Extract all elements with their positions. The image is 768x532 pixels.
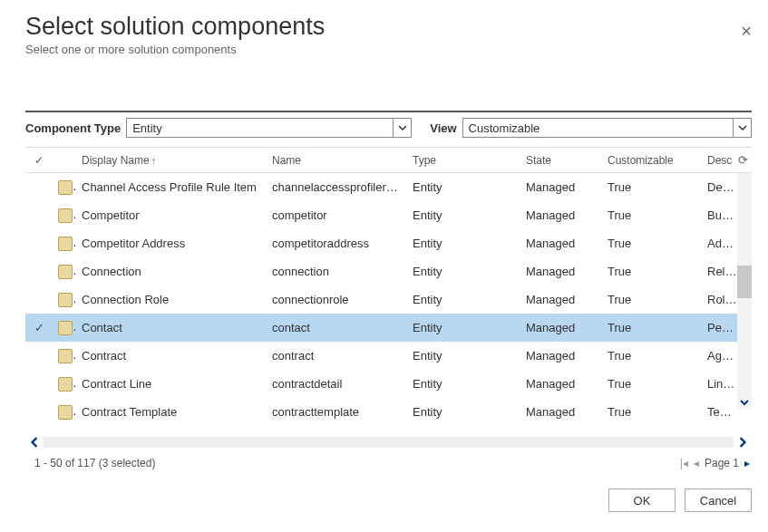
col-type[interactable]: Type [407, 154, 520, 167]
table-row[interactable]: Competitor AddresscompetitoraddressEntit… [25, 229, 752, 257]
refresh-icon[interactable]: ⟳ [738, 153, 748, 167]
contract-template-icon [53, 404, 76, 420]
cell-type: Entity [407, 293, 520, 306]
cell-name: connection [267, 265, 407, 278]
ok-button[interactable]: OK [608, 488, 676, 512]
select-all-checkbox[interactable]: ✓ [25, 154, 53, 167]
check-icon: ✓ [34, 321, 44, 334]
cell-name: contracttemplate [267, 405, 407, 419]
cell-display-name: Channel Access Profile Rule Item [76, 180, 267, 194]
scrollbar-thumb[interactable] [737, 266, 752, 298]
cell-state: Managed [520, 405, 602, 419]
cell-name: contact [267, 321, 407, 334]
select-components-dialog: × Select solution components Select one … [0, 0, 768, 525]
h-scroll-track[interactable] [44, 437, 734, 448]
close-icon[interactable]: × [741, 22, 752, 40]
cell-display-name: Contact [76, 321, 267, 334]
cell-display-name: Contract Template [76, 405, 267, 419]
table-row[interactable]: Connection RoleconnectionroleEntityManag… [25, 285, 752, 314]
cell-customizable: True [602, 208, 702, 222]
cell-name: contract [267, 349, 407, 363]
chevron-down-icon [733, 119, 751, 137]
cell-type: Entity [407, 321, 520, 334]
dialog-title: Select solution components [25, 13, 752, 41]
cell-display-name: Competitor [76, 208, 267, 222]
chevron-down-icon [393, 119, 411, 137]
grid-header: ✓ Display Name↑ Name Type State Customiz… [25, 148, 752, 173]
cell-name: contractdetail [267, 377, 407, 391]
table-row[interactable]: Channel Access Profile Rule Itemchannela… [25, 173, 752, 201]
table-row[interactable]: Contract LinecontractdetailEntityManaged… [25, 370, 752, 398]
view-value: Customizable [469, 121, 540, 135]
col-customizable[interactable]: Customizable [602, 154, 702, 167]
record-range-text: 1 - 50 of 117 (3 selected) [34, 457, 155, 469]
connection-icon [53, 264, 76, 279]
scroll-down-button[interactable] [737, 394, 752, 411]
cell-display-name: Connection [76, 265, 267, 278]
table-row[interactable]: Contract TemplatecontracttemplateEntityM… [25, 398, 752, 426]
cell-state: Managed [520, 208, 602, 222]
col-state[interactable]: State [520, 154, 602, 167]
cell-state: Managed [520, 180, 602, 194]
component-type-select[interactable]: Entity [126, 118, 412, 138]
cell-state: Managed [520, 321, 602, 334]
scroll-left-button[interactable] [25, 435, 44, 450]
cell-state: Managed [520, 265, 602, 278]
components-grid: ✓ Display Name↑ Name Type State Customiz… [25, 147, 752, 431]
cell-name: connectionrole [267, 293, 407, 306]
cell-type: Entity [407, 265, 520, 278]
scroll-right-button[interactable] [734, 435, 752, 450]
cell-display-name: Contract [76, 349, 267, 363]
next-page-button[interactable]: ▸ [744, 457, 750, 469]
table-row[interactable]: CompetitorcompetitorEntityManagedTrueBus… [25, 201, 752, 229]
cell-type: Entity [407, 377, 520, 391]
contract-icon [53, 348, 76, 363]
page-label: Page 1 [705, 457, 739, 469]
sort-asc-icon: ↑ [151, 155, 157, 166]
cell-type: Entity [407, 349, 520, 363]
prev-page-button[interactable]: ◂ [694, 457, 699, 469]
connection-role-icon [53, 292, 76, 307]
cell-name: competitoraddress [267, 237, 407, 250]
component-type-value: Entity [132, 121, 162, 135]
cell-type: Entity [407, 237, 520, 250]
dialog-subtitle: Select one or more solution components [25, 43, 752, 56]
cell-customizable: True [602, 349, 702, 363]
address-icon [53, 236, 76, 251]
competitor-icon [53, 208, 76, 223]
dialog-footer: OK Cancel [25, 479, 752, 516]
pager: 1 - 50 of 117 (3 selected) |◂ ◂ Page 1 ▸ [25, 451, 752, 473]
cell-type: Entity [407, 208, 520, 222]
contract-line-icon [53, 376, 76, 392]
cell-name: channelaccessprofileruleite... [267, 180, 407, 194]
cell-customizable: True [602, 180, 702, 194]
view-label: View [430, 121, 456, 135]
col-description[interactable]: Desc [702, 154, 743, 167]
cell-customizable: True [602, 265, 702, 278]
cell-customizable: True [602, 321, 702, 334]
cell-state: Managed [520, 349, 602, 363]
channel-profile-icon [53, 179, 76, 195]
table-row[interactable]: ContractcontractEntityManagedTrueAgreen [25, 342, 752, 370]
cell-display-name: Contract Line [76, 377, 267, 391]
cell-state: Managed [520, 237, 602, 250]
cell-state: Managed [520, 293, 602, 306]
first-page-button[interactable]: |◂ [680, 457, 688, 469]
col-name[interactable]: Name [267, 154, 407, 167]
col-display-name[interactable]: Display Name↑ [76, 154, 267, 167]
filter-bar: Component Type Entity View Customizable [25, 111, 752, 138]
cell-type: Entity [407, 180, 520, 194]
contact-icon [53, 320, 76, 335]
row-checkbox[interactable]: ✓ [25, 321, 53, 334]
table-row[interactable]: ConnectionconnectionEntityManagedTrueRel… [25, 257, 752, 285]
component-type-label: Component Type [25, 121, 121, 135]
cell-display-name: Competitor Address [76, 237, 267, 250]
cancel-button[interactable]: Cancel [685, 488, 752, 512]
cell-display-name: Connection Role [76, 293, 267, 306]
view-select[interactable]: Customizable [462, 118, 752, 138]
horizontal-scrollbar[interactable] [25, 433, 752, 451]
table-row[interactable]: ✓ContactcontactEntityManagedTruePerson [25, 314, 752, 342]
cell-customizable: True [602, 237, 702, 250]
cell-customizable: True [602, 377, 702, 391]
grid-body: Channel Access Profile Rule Itemchannela… [25, 173, 752, 431]
